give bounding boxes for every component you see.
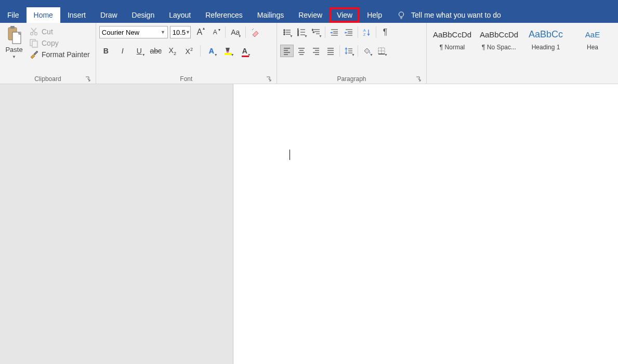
highlight-button[interactable]: ▼ xyxy=(221,45,235,57)
cut-label: Cut xyxy=(42,28,53,36)
tab-file[interactable]: File xyxy=(0,7,27,23)
paste-label: Paste xyxy=(5,46,22,53)
show-marks-button[interactable]: ¶ xyxy=(378,26,392,38)
align-center-button[interactable] xyxy=(295,45,308,57)
copy-button[interactable]: Copy xyxy=(29,38,90,48)
chevron-down-icon: ▼ xyxy=(12,55,16,59)
multilevel-list-button[interactable]: 1a▼ xyxy=(309,26,323,38)
increase-indent-button[interactable] xyxy=(342,26,356,38)
ribbon-tabs: File Home Insert Draw Design Layout Refe… xyxy=(0,7,618,23)
tell-me[interactable]: Tell me what you want to do xyxy=(397,7,501,23)
style-item[interactable]: AaEHea xyxy=(570,27,615,51)
decrease-indent-button[interactable] xyxy=(327,26,341,38)
group-clipboard: Paste ▼ Cut Copy xyxy=(0,23,96,84)
italic-button[interactable]: I xyxy=(116,45,129,57)
document-area xyxy=(0,84,618,364)
ribbon: Paste ▼ Cut Copy xyxy=(0,23,618,84)
shading-button[interactable]: ▼ xyxy=(360,45,374,57)
style-name: ¶ Normal xyxy=(440,44,465,51)
brush-icon xyxy=(29,50,38,59)
bulb-icon xyxy=(397,10,406,20)
align-right-button[interactable] xyxy=(309,45,323,57)
chevron-down-icon: ▼ xyxy=(186,30,190,35)
text-effects-button[interactable]: A▼ xyxy=(205,45,218,57)
tab-review[interactable]: Review xyxy=(291,7,330,23)
clipboard-group-label: Clipboard xyxy=(3,75,93,84)
separator xyxy=(358,45,358,57)
font-size-combo[interactable]: 10.5 ▼ xyxy=(170,26,191,38)
sort-icon: AZ xyxy=(363,28,371,36)
style-item[interactable]: AaBbCcDd¶ Normal xyxy=(430,27,475,51)
underline-button[interactable]: U▼ xyxy=(133,45,146,57)
grow-font-button[interactable]: A▴ xyxy=(193,26,206,38)
text-cursor xyxy=(290,150,290,160)
styles-group-label xyxy=(430,83,615,84)
tab-home[interactable]: Home xyxy=(27,7,60,23)
svg-point-10 xyxy=(284,32,285,33)
copy-icon xyxy=(29,38,38,48)
align-center-icon xyxy=(297,47,306,55)
separator xyxy=(325,26,325,38)
shrink-font-button[interactable]: A▾ xyxy=(208,26,222,38)
indent-icon xyxy=(345,28,353,36)
style-preview: AaBbCcDd xyxy=(480,27,518,42)
align-right-icon xyxy=(312,47,320,55)
svg-text:3: 3 xyxy=(297,33,299,36)
style-name: Heading 1 xyxy=(532,44,560,51)
separator xyxy=(200,45,201,57)
paragraph-launcher-icon[interactable] xyxy=(415,75,422,83)
line-spacing-button[interactable]: ▼ xyxy=(342,45,356,57)
justify-icon xyxy=(326,47,335,55)
document-page[interactable] xyxy=(233,84,618,364)
svg-point-4 xyxy=(31,33,33,35)
justify-button[interactable] xyxy=(324,45,337,57)
paragraph-group-label: Paragraph xyxy=(280,75,423,84)
style-item[interactable]: AaBbCcHeading 1 xyxy=(523,27,568,51)
font-group-label: Font xyxy=(99,75,273,84)
clear-formatting-button[interactable] xyxy=(249,26,262,38)
svg-rect-2 xyxy=(10,26,15,29)
paste-button[interactable]: Paste ▼ xyxy=(3,25,25,59)
separator xyxy=(245,26,246,38)
tab-insert[interactable]: Insert xyxy=(60,7,93,23)
borders-button[interactable]: ▼ xyxy=(375,45,388,57)
style-preview: AaBbCcDd xyxy=(433,27,471,42)
style-name: Hea xyxy=(587,44,598,51)
separator xyxy=(339,45,340,57)
format-painter-label: Format Painter xyxy=(42,50,90,59)
format-painter-button[interactable]: Format Painter xyxy=(29,50,90,59)
tab-view[interactable]: View xyxy=(330,7,360,23)
font-launcher-icon[interactable] xyxy=(265,75,272,83)
tab-references[interactable]: References xyxy=(198,7,250,23)
tab-help[interactable]: Help xyxy=(360,7,389,23)
group-styles: AaBbCcDd¶ NormalAaBbCcDd¶ No Spac...AaBb… xyxy=(427,23,618,84)
svg-point-11 xyxy=(284,34,285,35)
subscript-button[interactable]: X2 xyxy=(166,45,179,57)
numbering-button[interactable]: 123▼ xyxy=(295,26,308,38)
tell-me-text: Tell me what you want to do xyxy=(411,11,501,19)
font-name-combo[interactable]: Courier New ▼ xyxy=(99,26,168,38)
style-item[interactable]: AaBbCcDd¶ No Spac... xyxy=(477,27,521,51)
change-case-button[interactable]: Aa▼ xyxy=(229,26,242,38)
svg-point-5 xyxy=(35,33,37,35)
tab-design[interactable]: Design xyxy=(125,7,162,23)
clipboard-launcher-icon[interactable] xyxy=(84,75,91,83)
cut-button[interactable]: Cut xyxy=(29,27,90,36)
font-color-button[interactable]: A▼ xyxy=(238,45,252,57)
superscript-button[interactable]: X2 xyxy=(182,45,196,57)
svg-text:Z: Z xyxy=(363,33,366,36)
clipboard-icon xyxy=(6,26,22,45)
align-left-icon xyxy=(283,47,291,55)
tab-mailings[interactable]: Mailings xyxy=(250,7,291,23)
bold-button[interactable]: B xyxy=(99,45,113,57)
tab-layout[interactable]: Layout xyxy=(162,7,198,23)
svg-point-0 xyxy=(399,12,404,17)
tab-draw[interactable]: Draw xyxy=(93,7,125,23)
group-paragraph: ▼ 123▼ 1a▼ AZ xyxy=(277,23,427,84)
separator xyxy=(358,26,358,38)
bullets-button[interactable]: ▼ xyxy=(280,26,294,38)
strikethrough-button[interactable]: abc xyxy=(149,45,163,57)
align-left-button[interactable] xyxy=(280,45,294,57)
chevron-down-icon: ▼ xyxy=(161,30,165,35)
sort-button[interactable]: AZ xyxy=(360,26,374,38)
